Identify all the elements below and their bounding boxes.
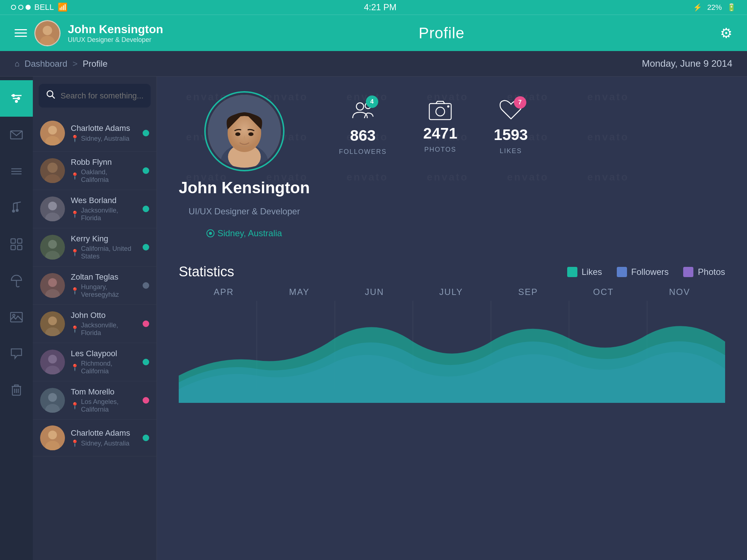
stat-likes: 7 1593 LIKES <box>494 99 528 155</box>
profile-role: UI/UX Designer & Developer <box>189 206 300 217</box>
svg-point-18 <box>16 209 19 212</box>
profile-stats: 4 863 FOLLOWERS 2471 PHOTOS <box>339 98 725 156</box>
contact-item[interactable]: Zoltan Teglas 📍 Hungary, Veresegyház <box>33 267 156 305</box>
contact-item[interactable]: Les Claypool 📍 Richmond, California <box>33 343 156 381</box>
contact-item[interactable]: Kerry King 📍 California, United States <box>33 228 156 267</box>
sidebar-item-umbrella[interactable] <box>0 262 33 299</box>
search-box[interactable] <box>39 84 151 108</box>
page-title: Profile <box>419 24 465 42</box>
contact-item[interactable]: John Otto 📍 Jacksonville, Florida <box>33 305 156 343</box>
svg-rect-22 <box>18 245 22 250</box>
bluetooth-icon: ⚡ <box>693 3 702 12</box>
sidebar-item-filter[interactable] <box>0 80 33 117</box>
profile-location: Sidney, Australia <box>206 228 282 238</box>
status-indicator <box>143 282 149 289</box>
svg-line-16 <box>13 203 17 203</box>
signal-dot-1 <box>11 5 16 10</box>
svg-point-1 <box>43 26 52 35</box>
svg-rect-20 <box>18 239 22 243</box>
contact-avatar <box>40 388 65 413</box>
svg-point-7 <box>17 97 20 100</box>
menu-button[interactable] <box>15 29 27 37</box>
contact-info: John Otto 📍 Jacksonville, Florida <box>71 311 137 337</box>
location-pin-icon: 📍 <box>71 172 79 180</box>
contact-name: Charlotte Adams <box>71 124 137 133</box>
month-nov: NOV <box>669 287 690 297</box>
home-icon[interactable]: ⌂ <box>15 59 19 69</box>
svg-point-52 <box>48 355 57 363</box>
contact-item[interactable]: Tom Morello 📍 Los Angeles, California <box>33 381 156 420</box>
contact-item[interactable]: Robb Flynn 📍 Oakland, California <box>33 152 156 190</box>
svg-point-40 <box>48 202 57 210</box>
contact-location: 📍 Richmond, California <box>71 360 137 375</box>
sidebar-item-music[interactable] <box>0 190 33 226</box>
time-display: 4:21 PM <box>364 2 396 12</box>
statistics-title: Statistics <box>179 264 234 280</box>
contact-avatar <box>40 197 65 221</box>
status-indicator <box>143 130 149 136</box>
contact-avatar <box>40 350 65 374</box>
sidebar-item-chat[interactable] <box>0 335 33 372</box>
contact-name: Kerry King <box>71 234 137 244</box>
followers-count: 863 <box>350 127 376 144</box>
contact-item[interactable]: Charlotte Adams 📍 Sidney, Australia <box>33 420 156 456</box>
status-left: BELL 📶 <box>11 3 67 12</box>
stat-followers: 4 863 FOLLOWERS <box>339 98 387 156</box>
contact-location: 📍 California, United States <box>71 245 137 260</box>
settings-icon[interactable]: ⚙ <box>720 26 732 41</box>
date-display: Monday, June 9 2014 <box>642 58 732 69</box>
signal-dot-2 <box>18 5 23 10</box>
svg-point-37 <box>47 163 58 173</box>
contact-name: Tom Morello <box>71 387 137 397</box>
contact-info: Kerry King 📍 California, United States <box>71 234 137 260</box>
contact-location: 📍 Jacksonville, Florida <box>71 207 137 222</box>
statistics-section: Statistics Likes Followers Photos <box>157 253 747 560</box>
profile-top: John Kensington UI/UX Designer & Develop… <box>157 77 747 253</box>
location-pin-icon: 📍 <box>71 402 79 410</box>
legend-label-likes: Likes <box>582 267 602 277</box>
contact-info: Zoltan Teglas 📍 Hungary, Veresegyház <box>71 272 137 299</box>
contact-info: Charlotte Adams 📍 Sidney, Australia <box>71 124 137 143</box>
month-oct: OCT <box>593 287 614 297</box>
contact-info: Robb Flynn 📍 Oakland, California <box>71 158 137 184</box>
profile-name: John Kensington <box>179 179 310 197</box>
month-apr: APR <box>214 287 234 297</box>
svg-rect-24 <box>11 312 22 322</box>
contact-item[interactable]: Wes Borland 📍 Jacksonville, Florida <box>33 190 156 228</box>
month-sep: SEP <box>518 287 538 297</box>
stat-photos: 2471 PHOTOS <box>423 101 457 153</box>
legend-color-followers <box>617 267 627 277</box>
location-pin-icon: 📍 <box>71 210 79 218</box>
svg-point-8 <box>15 100 18 103</box>
sidebar-icons <box>0 77 33 560</box>
sidebar-item-trash[interactable] <box>0 372 33 408</box>
contact-location: 📍 Sidney, Australia <box>71 135 137 143</box>
status-indicator <box>143 320 149 327</box>
contact-location: 📍 Jacksonville, Florida <box>71 322 137 337</box>
legend: Likes Followers Photos <box>567 267 725 277</box>
contact-avatar <box>40 425 65 450</box>
svg-point-43 <box>48 240 57 249</box>
contact-name: Zoltan Teglas <box>71 272 137 282</box>
search-input[interactable] <box>61 91 157 101</box>
location-pin-icon: 📍 <box>71 249 79 257</box>
contact-name: Charlotte Adams <box>71 428 137 438</box>
header-left: John Kensington UI/UX Designer & Develop… <box>15 20 163 46</box>
breadcrumb-current: Profile <box>83 59 108 69</box>
header-user-role: UI/UX Designer & Developer <box>68 36 163 44</box>
breadcrumb-home[interactable]: Dashboard <box>24 59 67 69</box>
sidebar-item-layers[interactable] <box>0 153 33 190</box>
svg-point-58 <box>48 431 57 439</box>
svg-point-66 <box>248 132 253 136</box>
profile-avatar-ring <box>204 91 285 171</box>
sidebar-item-mail[interactable] <box>0 117 33 153</box>
month-july: JULY <box>439 287 463 297</box>
status-indicator <box>143 359 149 365</box>
contact-item[interactable]: Charlotte Adams 📍 Sidney, Australia <box>33 115 156 152</box>
sidebar-item-grid[interactable] <box>0 226 33 262</box>
contact-info: Wes Borland 📍 Jacksonville, Florida <box>71 196 137 222</box>
contact-name: John Otto <box>71 311 137 320</box>
contact-list: Charlotte Adams 📍 Sidney, Australia Robb… <box>33 77 157 560</box>
sidebar-item-image[interactable] <box>0 299 33 335</box>
contact-avatar <box>40 273 65 298</box>
